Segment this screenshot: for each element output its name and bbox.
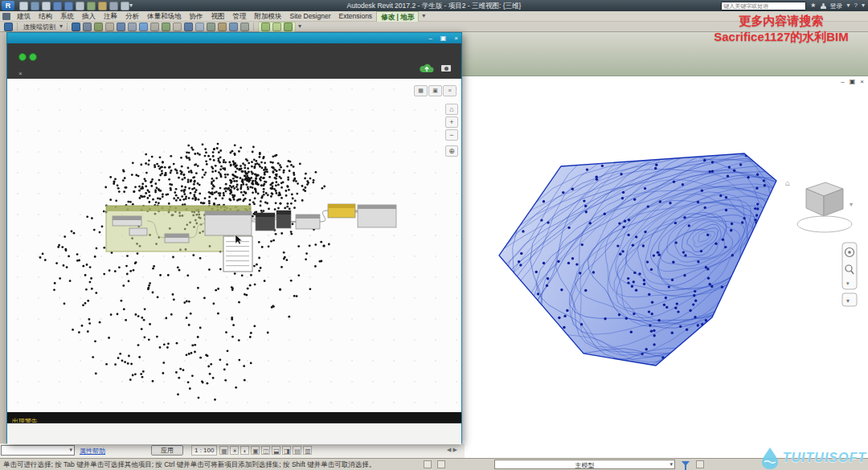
zoom-out-icon[interactable]: − xyxy=(445,129,458,141)
toolbar-caret-icon[interactable]: ▾ xyxy=(298,21,301,32)
ribbon-tab-建筑[interactable]: 建筑 xyxy=(13,11,35,21)
pan-icon[interactable]: ⊕ xyxy=(445,145,458,157)
toolbar-icon[interactable] xyxy=(121,2,129,10)
view-control-icon[interactable]: ⬓ xyxy=(272,446,280,455)
dynamo-close-icon[interactable]: × xyxy=(454,33,458,43)
apply-button[interactable]: 应用 xyxy=(151,445,183,456)
help-icon[interactable]: ? xyxy=(854,0,858,11)
toolbar-icon[interactable] xyxy=(87,2,96,10)
search-clear-icon[interactable]: × xyxy=(18,70,23,77)
ribbon-tab-分析[interactable]: 分析 xyxy=(121,11,143,21)
canvas-export-icon[interactable]: ≡ xyxy=(443,85,457,96)
toolbar-icon[interactable] xyxy=(117,22,125,31)
select-toggle-icon[interactable] xyxy=(696,460,704,468)
worksets-icon[interactable] xyxy=(424,460,432,468)
modify-tool-icon[interactable] xyxy=(4,22,13,31)
toolbar-icon[interactable] xyxy=(128,22,137,31)
ribbon-tab-视图[interactable]: 视图 xyxy=(207,11,229,21)
toolbar-icon[interactable] xyxy=(184,22,193,31)
toolbar-icon[interactable] xyxy=(19,2,28,10)
ribbon-tab-结构[interactable]: 结构 xyxy=(35,11,56,21)
view-control-icon[interactable]: ◨ xyxy=(282,446,291,455)
toolbar-icon[interactable] xyxy=(98,2,107,10)
toolbar-icon[interactable] xyxy=(139,22,148,31)
toolbar-icon[interactable] xyxy=(284,22,293,31)
ribbon-tab-体量和场地[interactable]: 体量和场地 xyxy=(143,11,186,21)
toolbar-icon[interactable] xyxy=(261,22,270,31)
toolbar-icon[interactable] xyxy=(64,2,73,10)
ribbon-tab-Extensions[interactable]: Extensions xyxy=(335,11,377,21)
design-option-caret-icon[interactable]: ▾ xyxy=(669,461,673,468)
file-tab-icon[interactable] xyxy=(2,13,10,20)
toolbar-icon[interactable] xyxy=(105,22,114,31)
properties-help-link[interactable]: 属性帮助 xyxy=(80,447,105,456)
ribbon-tab-附加模块[interactable]: 附加模块 xyxy=(251,11,286,21)
join-end-cut-button[interactable]: 连接端切割 xyxy=(23,22,55,31)
design-option-dropdown[interactable]: 主模型 ▾ xyxy=(494,460,675,469)
editing-requests-icon[interactable] xyxy=(437,460,445,468)
navigation-bar[interactable]: ▾ ▾ xyxy=(841,242,858,311)
toolbar-icon[interactable] xyxy=(229,22,238,31)
star-icon[interactable]: ★ xyxy=(810,0,816,11)
toolbar-icon[interactable] xyxy=(207,22,215,31)
zoom-fit-icon[interactable]: ⌂ xyxy=(445,104,458,115)
cloud-upload-icon[interactable] xyxy=(419,63,435,75)
view-control-icon[interactable]: ▦ xyxy=(219,446,228,455)
app-menu-button[interactable]: R xyxy=(2,1,14,10)
view-control-icon[interactable]: ▤ xyxy=(293,446,301,455)
contextual-tab-modify-topography[interactable]: 修改 | 地形 xyxy=(376,11,419,22)
toolbar-icon[interactable] xyxy=(173,22,182,31)
toolbar-icon[interactable] xyxy=(72,22,80,31)
view-close-icon[interactable]: × xyxy=(860,78,864,85)
scroll-arrows[interactable]: ◀▶ xyxy=(447,447,459,453)
qat-caret-icon[interactable]: ▾ xyxy=(129,0,133,11)
view-control-icon[interactable]: ☀ xyxy=(230,446,239,455)
view-control-icon[interactable]: ◫ xyxy=(261,446,270,455)
toolbar-icon[interactable] xyxy=(195,22,204,31)
toolbar-icon[interactable] xyxy=(31,2,39,10)
dynamo-canvas[interactable]: ▦ ▣ ≡ ⌂ + − ⊕ xyxy=(7,79,461,412)
view-scale-button[interactable]: 1 : 100 xyxy=(191,445,217,456)
dynamo-title-bar[interactable]: – ▣ × xyxy=(7,33,461,43)
toolbar-icon[interactable] xyxy=(76,2,84,10)
dynamo-maximize-icon[interactable]: ▣ xyxy=(440,33,447,43)
toolbar-icon[interactable] xyxy=(162,22,170,31)
toolbar-icon[interactable] xyxy=(218,22,227,31)
login-button[interactable]: 登录 xyxy=(830,2,843,10)
ribbon-tab-管理[interactable]: 管理 xyxy=(229,11,251,21)
view-control-icon[interactable]: ◐ xyxy=(240,446,249,455)
toolbar-icon[interactable] xyxy=(94,22,103,31)
toolbar-icon[interactable] xyxy=(42,2,51,10)
ribbon-tab-插入[interactable]: 插入 xyxy=(78,11,100,21)
zoom-in-icon[interactable]: + xyxy=(445,116,458,128)
topography-surface[interactable] xyxy=(463,76,868,458)
dynamo-window[interactable]: – ▣ × × ▦ ▣ ≡ ⌂ + − ⊕ 出现警告。 xyxy=(6,32,462,443)
type-selector[interactable]: ▾ xyxy=(1,445,75,456)
camera-icon[interactable] xyxy=(441,65,451,72)
toolbar-icon[interactable] xyxy=(240,22,249,31)
toolbar-icon[interactable] xyxy=(53,2,62,10)
view-control-icon[interactable]: ▣ xyxy=(251,446,260,455)
toolbar-icon[interactable] xyxy=(83,22,92,31)
view-restore-icon[interactable]: ▣ xyxy=(850,78,856,85)
canvas-view-icon[interactable]: ▦ xyxy=(414,85,428,96)
view-minimize-icon[interactable]: – xyxy=(841,78,844,85)
help-search-input[interactable] xyxy=(721,2,806,10)
toolbar-icon[interactable] xyxy=(109,2,118,10)
join-end-cut-caret-icon[interactable]: ▾ xyxy=(59,21,63,32)
filter-icon[interactable] xyxy=(682,461,690,466)
dynamo-minimize-icon[interactable]: – xyxy=(428,33,432,43)
ribbon-collapse-icon[interactable]: ▾ xyxy=(422,10,425,22)
ribbon-tab-Site Designer[interactable]: Site Designer xyxy=(286,11,335,21)
login-caret-icon[interactable]: ▾ xyxy=(847,0,850,11)
view-cube[interactable]: ⌂ ▾ xyxy=(784,174,864,247)
view-control-icon[interactable]: ▥ xyxy=(303,446,312,455)
canvas-fit-icon[interactable]: ▣ xyxy=(428,85,442,96)
help-caret-icon[interactable]: ▾ xyxy=(862,0,865,11)
toolbar-icon[interactable] xyxy=(150,22,159,31)
type-selector-caret-icon[interactable]: ▾ xyxy=(69,447,72,453)
toolbar-icon[interactable] xyxy=(272,22,281,31)
ribbon-tab-协作[interactable]: 协作 xyxy=(186,11,207,21)
ribbon-tab-注释[interactable]: 注释 xyxy=(100,11,121,21)
ribbon-tab-系统[interactable]: 系统 xyxy=(56,11,78,21)
